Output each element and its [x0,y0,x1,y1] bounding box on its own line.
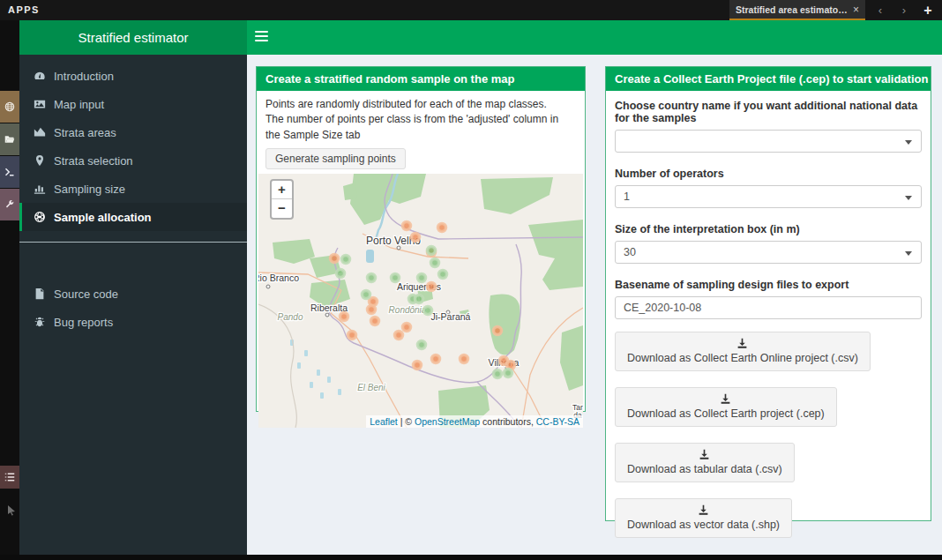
download-button-label: Download as Collect Earth project (.cep) [627,407,825,420]
forward-icon[interactable]: › [897,0,911,20]
sidebar-item-map-input[interactable]: Map input [19,90,247,118]
map-panel-description-1: Points are randomly distributed for each… [265,97,576,112]
chevron-down-icon [905,196,912,200]
download-icon [736,338,748,349]
sample-point-orange[interactable] [348,332,356,340]
sample-point-orange[interactable] [371,317,379,325]
bottom-bar [0,555,942,560]
map-svg: Porto VelhoRio BrancoAriquemesRiberaltaP… [258,174,583,428]
leaflet-link[interactable]: Leaflet [370,416,398,427]
sidebar-footer-menu: Source code Bug reports [19,280,247,336]
download-button-label: Download as vector data (.shp) [627,519,780,531]
sidebar-item-source-code[interactable]: Source code [19,280,247,308]
sample-point-green[interactable] [505,370,512,377]
new-tab-icon[interactable]: + [920,0,936,20]
zoom-in-button[interactable]: + [272,181,292,199]
sample-point-green[interactable] [363,291,370,299]
sample-point-orange[interactable] [428,283,436,291]
sidebar-item-sample-allocation[interactable]: Sample allocation [19,203,247,231]
folder-icon[interactable] [0,123,19,155]
download-icon [720,393,731,405]
generate-sampling-points-button[interactable]: Generate sampling points [265,148,406,169]
download-ceo-csv-button[interactable]: Download as Collect Earth Online project… [615,332,871,371]
zoom-out-button[interactable]: − [272,199,292,218]
sidebar-item-sampling-size[interactable]: Sampling size [19,175,247,203]
download-tabular-csv-button[interactable]: Download as tabular data (.csv) [615,443,795,482]
attribution-text: | © [398,416,415,427]
sidebar-item-bug-reports[interactable]: Bug reports [19,308,247,336]
download-icon [699,449,710,460]
sample-point-green[interactable] [424,307,432,315]
sample-point-orange[interactable] [460,355,468,363]
sample-point-orange[interactable] [395,332,403,340]
sample-point-orange[interactable] [414,362,422,370]
back-icon[interactable]: ‹ [873,0,887,20]
file-code-icon [33,287,46,300]
sample-point-green[interactable] [494,370,502,378]
browser-tab[interactable]: Stratified area estimator - De × [729,0,865,20]
sidebar-menu: Introduction Map input Strata areas Stra… [19,62,247,231]
sidebar-item-label: Strata areas [54,126,116,139]
wrench-icon[interactable] [0,189,19,220]
sample-point-green[interactable] [439,271,447,279]
sidebar-divider [19,242,247,243]
map-panel: Create a stratified random sample on the… [256,66,586,412]
sample-point-green[interactable] [431,259,439,267]
box-size-select[interactable]: 30 [615,241,922,264]
sidebar-item-introduction[interactable]: Introduction [19,62,247,90]
list-icon[interactable] [0,466,19,489]
basename-input-label: Basename of sampling design files to exp… [615,279,922,291]
sample-point-orange[interactable] [494,327,502,335]
sample-point-green[interactable] [415,295,423,303]
sample-point-green[interactable] [418,274,426,282]
terminal-icon[interactable] [0,156,19,188]
sample-point-orange[interactable] [438,224,446,232]
map-zoom-control: + − [270,179,294,220]
sidebar-item-label: Sampling size [54,183,125,196]
sidebar-item-strata-areas[interactable]: Strata areas [19,118,247,146]
sample-point-orange[interactable] [412,234,420,242]
sidebar-item-strata-selection[interactable]: Strata selection [19,146,247,175]
sample-point-green[interactable] [337,270,345,278]
sample-point-orange[interactable] [432,355,440,363]
openstreetmap-link[interactable]: OpenStreetMap [415,416,480,427]
download-cep-button[interactable]: Download as Collect Earth project (.cep) [615,387,837,427]
sample-point-orange[interactable] [340,313,348,321]
sample-point-orange[interactable] [331,255,339,263]
sample-point-green[interactable] [342,256,350,264]
app-logo-title: Stratified estimator [19,20,247,55]
sidebar-item-label: Strata selection [54,154,133,168]
sample-point-green[interactable] [392,274,400,282]
sample-point-green[interactable] [418,341,426,349]
app-navbar [247,20,942,55]
browser-topbar: APPS Stratified area estimator - De × ‹ … [0,0,942,20]
box-size-select-label: Size of the interpretation box (in m) [615,223,922,235]
globe-icon[interactable] [0,91,19,123]
download-vector-shp-button[interactable]: Download as vector data (.shp) [615,498,792,538]
export-panel-title: Create a Collect Earth Project file (.ce… [606,67,931,91]
sample-point-green[interactable] [428,247,436,255]
operators-select-label: Number of operators [615,168,922,180]
hamburger-icon[interactable] [255,31,268,44]
sample-point-orange[interactable] [368,306,376,314]
cursor-icon [7,504,16,519]
leaflet-map[interactable]: Porto VelhoRio BrancoAriquemesRiberaltaP… [258,174,583,428]
basename-input[interactable] [615,296,922,319]
sidebar-item-label: Introduction [54,70,114,83]
download-icon [698,504,709,516]
operators-select[interactable]: 1 [615,185,922,208]
sidebar-item-label: Source code [54,287,118,301]
sample-point-green[interactable] [368,274,376,282]
close-icon[interactable]: × [853,4,859,15]
map-place-label: Rondônia [389,305,427,315]
box-size-select-value: 30 [624,246,636,258]
dashboard-icon [33,70,46,82]
map-place-label: Rio Branco [258,273,299,283]
map-place-label: Ji-Paraná [431,311,471,322]
sidebar-item-label: Sample allocation [54,211,152,224]
sample-point-orange[interactable] [403,222,411,230]
country-select[interactable] [615,130,922,153]
download-button-label: Download as tabular data (.csv) [627,463,782,475]
license-link[interactable]: CC-BY-SA [536,416,579,427]
sample-point-orange[interactable] [403,324,411,332]
